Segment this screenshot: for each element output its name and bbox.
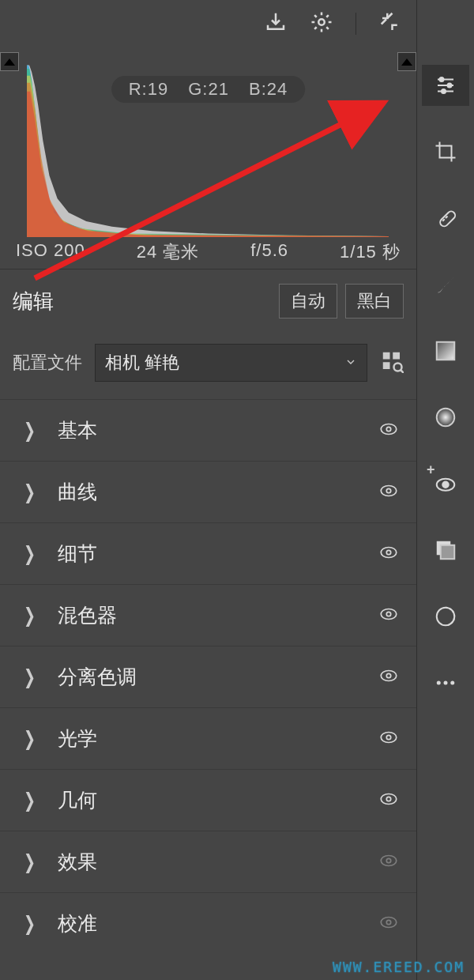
svg-rect-2 [393,352,400,360]
more-tool[interactable] [422,662,469,703]
svg-point-34 [437,681,441,685]
panel-基本[interactable]: ❯ 基本 [0,399,416,461]
panel-细节[interactable]: ❯ 细节 [0,522,416,584]
panel-混色器[interactable]: ❯ 混色器 [0,584,416,646]
profile-value: 相机 鲜艳 [105,351,179,375]
heal-tool[interactable] [422,198,469,239]
snapshot-tool[interactable] [422,596,469,637]
panel-list: ❯ 基本 ❯ 曲线 ❯ 细节 ❯ 混色器 ❯ 分离色调 [0,399,416,980]
svg-point-13 [381,670,397,680]
svg-point-18 [386,797,390,801]
svg-point-21 [381,917,397,927]
panel-光学[interactable]: ❯ 光学 [0,707,416,769]
svg-point-36 [450,681,454,685]
g-value: G:21 [188,79,229,99]
panel-label: 分离色调 [58,664,137,690]
profile-browser-icon[interactable] [380,349,404,376]
panel-label: 校准 [58,910,97,937]
svg-rect-27 [437,342,455,360]
svg-point-15 [381,732,397,742]
collapse-icon[interactable] [378,10,402,37]
visibility-toggle[interactable] [378,912,399,936]
profile-label: 配置文件 [13,351,82,375]
panel-label: 效果 [58,849,97,875]
svg-rect-1 [383,352,390,360]
visibility-toggle[interactable] [378,850,399,874]
svg-point-6 [386,427,390,431]
r-value: R:19 [129,79,168,99]
panel-label: 混色器 [58,602,117,628]
svg-point-20 [386,858,390,862]
panel-label: 光学 [58,726,97,752]
svg-point-5 [381,424,397,434]
panel-几何[interactable]: ❯ 几何 [0,769,416,831]
rgb-readout: R:19 G:21 B:24 [111,76,306,103]
bw-button[interactable]: 黑白 [345,284,404,318]
visibility-toggle[interactable] [378,542,399,566]
highlight-clip-indicator[interactable] [397,52,416,71]
histogram: R:19 G:21 B:24 ISO 200 24 毫米 f/5.6 1/15 … [5,47,412,269]
profile-row: 配置文件 相机 鲜艳 [0,333,416,399]
svg-point-11 [381,609,397,619]
panel-效果[interactable]: ❯ 效果 [0,831,416,892]
svg-point-30 [442,482,449,488]
svg-point-19 [381,855,397,865]
divider [356,13,356,35]
edit-sliders-tool[interactable] [422,65,469,106]
gradient-tool[interactable] [422,330,469,371]
profile-select[interactable]: 相机 鲜艳 [95,344,367,382]
svg-point-4 [394,364,402,371]
chevron-right-icon: ❯ [24,911,36,936]
visibility-toggle[interactable] [378,789,399,812]
exif-row: ISO 200 24 毫米 f/5.6 1/15 秒 [5,240,412,264]
svg-point-8 [386,488,390,492]
chevron-right-icon: ❯ [24,418,36,443]
exif-aperture: f/5.6 [250,240,288,264]
top-toolbar [0,0,416,47]
crop-tool[interactable] [422,131,469,172]
auto-button[interactable]: 自动 [279,284,337,318]
svg-point-0 [318,19,325,25]
visibility-toggle[interactable] [378,604,399,628]
svg-rect-3 [383,362,390,369]
edit-label: 编辑 [13,288,54,315]
visibility-toggle[interactable] [378,419,399,443]
svg-point-25 [442,89,446,93]
exif-shutter: 1/15 秒 [340,240,401,264]
edit-header: 编辑 自动 黑白 [0,269,416,333]
panel-校准[interactable]: ❯ 校准 [0,892,416,954]
panel-分离色调[interactable]: ❯ 分离色调 [0,646,416,707]
panel-label: 基本 [58,417,97,443]
svg-point-9 [381,547,397,557]
visibility-toggle[interactable] [378,665,399,689]
shadow-clip-indicator[interactable] [0,52,19,71]
svg-point-16 [386,735,390,739]
svg-point-35 [444,681,448,685]
visibility-toggle[interactable] [378,481,399,504]
visibility-toggle[interactable] [378,727,399,751]
panel-曲线[interactable]: ❯ 曲线 [0,461,416,522]
panel-label: 曲线 [58,479,97,505]
svg-point-22 [386,920,390,924]
svg-point-12 [386,612,390,616]
presets-tool[interactable] [422,530,469,571]
svg-point-10 [386,550,390,554]
chevron-right-icon: ❯ [24,603,36,628]
download-icon[interactable] [264,10,288,37]
svg-rect-26 [438,209,457,228]
redeye-tool[interactable]: + [422,463,469,504]
gear-icon[interactable] [310,10,333,37]
svg-point-17 [381,793,397,804]
chevron-right-icon: ❯ [24,541,36,566]
svg-point-7 [381,485,397,496]
svg-point-14 [386,673,390,677]
radial-tool[interactable] [422,397,469,438]
exif-iso: ISO 200 [16,240,85,264]
panel-label: 细节 [58,541,97,567]
chevron-down-icon [344,352,357,373]
watermark: WWW.EREED.COM [333,959,465,975]
tool-sidebar: + [417,0,474,980]
brush-tool[interactable] [422,264,469,305]
svg-point-24 [448,84,452,88]
panel-label: 几何 [58,787,97,813]
